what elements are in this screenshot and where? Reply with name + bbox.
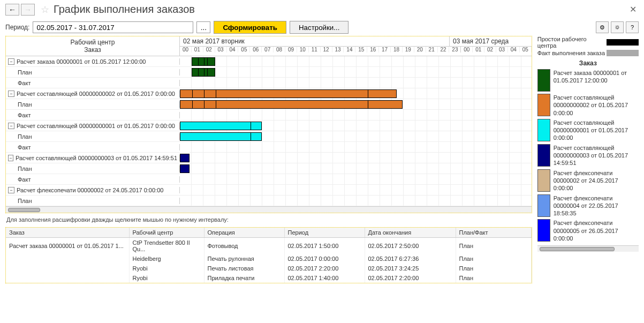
favorite-star-icon[interactable]: ☆ xyxy=(41,4,49,16)
table-row[interactable]: RyobiПечать листовая02.05.2017 2:20:0002… xyxy=(6,264,531,273)
gantt-row-bars[interactable] xyxy=(180,56,532,66)
gantt-bar[interactable] xyxy=(180,100,403,109)
gantt-row-label: Факт xyxy=(6,80,180,86)
legend-text: Расчет флексопечати 00000005 от 26.05.20… xyxy=(554,219,639,242)
hour-cell: 00 xyxy=(461,47,473,52)
gantt-row[interactable]: Факт xyxy=(6,110,532,121)
detail-table[interactable]: ЗаказРабочий центрОперацияПериодДата око… xyxy=(6,228,532,283)
detail-header[interactable]: Рабочий центр xyxy=(129,228,204,238)
gantt-left-header: Рабочий центр Заказ xyxy=(6,36,180,56)
gantt-row-bars[interactable] xyxy=(180,174,532,184)
gantt-bar[interactable] xyxy=(180,154,190,162)
table-cell: 02.05.2017 0:00:00 xyxy=(284,254,365,264)
gantt-row-bars[interactable] xyxy=(180,142,532,152)
gantt-bar[interactable] xyxy=(192,68,215,77)
hour-cell: 19 xyxy=(403,47,414,52)
table-row[interactable]: Расчет заказа 00000001 от 01.05.2017 1..… xyxy=(6,238,531,254)
gantt-row[interactable]: Факт xyxy=(6,142,532,153)
table-cell: 02.05.2017 1:40:00 xyxy=(284,273,365,283)
detail-header[interactable]: Период xyxy=(284,228,365,238)
table-cell xyxy=(6,254,129,264)
gantt-bar[interactable] xyxy=(180,122,262,130)
gantt-row[interactable]: −Расчет заказа 00000001 от 01.05.2017 12… xyxy=(6,56,532,67)
gantt-row-bars[interactable] xyxy=(180,67,532,77)
legend-item[interactable]: Расчет флексопечати 00000005 от 26.05.20… xyxy=(537,219,639,242)
detail-header[interactable]: Операция xyxy=(204,228,284,238)
hour-cell: 23 xyxy=(449,47,461,52)
gantt-row[interactable]: План xyxy=(6,196,532,206)
legend-hscrollbar[interactable] xyxy=(537,245,639,252)
date-header-1: 02 мая 2017 вторник xyxy=(180,36,450,46)
legend-item[interactable]: Расчет составляющей 00000000002 от 01.05… xyxy=(537,94,639,117)
gantt-row-bars[interactable] xyxy=(180,163,532,174)
detail-header[interactable]: Дата окончания xyxy=(365,228,456,238)
hour-cell: 01 xyxy=(192,47,203,52)
gantt-row-bars[interactable] xyxy=(180,78,532,88)
period-picker-button[interactable]: ... xyxy=(196,21,210,33)
gantt-bar[interactable] xyxy=(180,164,190,173)
gantt-row-bars[interactable] xyxy=(180,185,532,195)
table-row[interactable]: RyobiПриладка печати02.05.2017 1:40:0002… xyxy=(6,273,531,283)
gantt-row[interactable]: Факт xyxy=(6,174,532,185)
tree-toggle[interactable]: − xyxy=(8,123,14,129)
gantt-hscrollbar[interactable] xyxy=(6,206,532,213)
table-cell: План xyxy=(456,273,531,283)
forward-button[interactable]: → xyxy=(21,4,35,16)
close-icon[interactable]: ✕ xyxy=(630,4,637,14)
gantt-row-bars[interactable] xyxy=(180,121,532,131)
hour-cell: 09 xyxy=(285,47,297,52)
gantt-row[interactable]: −Расчет составляющей 00000000002 от 01.0… xyxy=(6,88,532,99)
gantt-row-label: План xyxy=(6,101,180,108)
gantt-row-bars[interactable] xyxy=(180,196,532,206)
table-cell: 02.05.2017 2:50:00 xyxy=(365,238,456,254)
legend-item[interactable]: Расчет флексопечати 00000002 от 24.05.20… xyxy=(537,169,639,192)
gantt-bar[interactable] xyxy=(180,89,397,98)
gantt-bar[interactable] xyxy=(192,57,215,66)
gantt-row[interactable]: План xyxy=(6,163,532,174)
table-row[interactable]: HeidelbergПечать рулонная02.05.2017 0:00… xyxy=(6,254,531,264)
gears-icon-button[interactable]: ⛭ xyxy=(611,21,624,33)
gantt-row-bars[interactable] xyxy=(180,153,532,163)
gantt-bar[interactable] xyxy=(180,132,262,141)
gantt-row[interactable]: −Расчет составляющей 00000000001 от 01.0… xyxy=(6,121,532,131)
form-button[interactable]: Сформировать xyxy=(214,21,286,34)
gantt-row-bars[interactable] xyxy=(180,110,532,120)
tree-toggle[interactable]: − xyxy=(8,91,14,97)
config-icon-button[interactable]: ⚙ xyxy=(596,21,609,33)
gantt-row[interactable]: План xyxy=(6,99,532,110)
legend-text: Расчет составляющей 00000000001 от 01.05… xyxy=(554,119,639,142)
legend-item[interactable]: Расчет составляющей 00000000001 от 01.05… xyxy=(537,119,639,142)
settings-button[interactable]: Настройки... xyxy=(290,21,348,34)
table-cell: Печать рулонная xyxy=(204,254,284,264)
hour-cell: 04 xyxy=(508,47,520,52)
gantt-row[interactable]: Факт xyxy=(6,78,532,88)
gantt-row[interactable]: −Расчет составляющей 00000000003 от 01.0… xyxy=(6,153,532,163)
hour-cell: 02 xyxy=(203,47,215,52)
gantt-row[interactable]: −Расчет флексопечати 00000002 от 24.05.2… xyxy=(6,185,532,196)
legend-item[interactable]: Расчет флексопечати 00000004 от 22.05.20… xyxy=(537,194,639,217)
period-input[interactable] xyxy=(33,21,193,33)
back-button[interactable]: ← xyxy=(5,4,19,16)
gantt-row-bars[interactable] xyxy=(180,131,532,141)
tree-toggle[interactable]: − xyxy=(8,58,14,65)
gantt-row[interactable]: План xyxy=(6,67,532,78)
page-title: График выполнения заказов xyxy=(54,3,195,16)
table-cell: Ryobi xyxy=(129,264,204,273)
legend-swatch xyxy=(537,194,550,217)
help-button[interactable]: ? xyxy=(626,21,639,33)
hour-cell: 12 xyxy=(321,47,332,52)
legend-item[interactable]: Расчет заказа 00000001 от 01.05.2017 12:… xyxy=(537,69,639,92)
detail-header[interactable]: Заказ xyxy=(6,228,129,238)
hours-header: 0001020304050607080910111213141516171819… xyxy=(180,47,532,52)
hour-cell: 05 xyxy=(520,47,532,52)
gantt-row-bars[interactable] xyxy=(180,99,532,109)
gantt-row-label: −Расчет составляющей 00000000001 от 01.0… xyxy=(6,123,180,129)
gantt-row-bars[interactable] xyxy=(180,88,532,99)
legend-item[interactable]: Расчет составляющей 00000000003 от 01.05… xyxy=(537,144,639,167)
tree-toggle[interactable]: − xyxy=(8,187,14,193)
table-cell: 02.05.2017 6:27:36 xyxy=(365,254,456,264)
gantt-row[interactable]: План xyxy=(6,131,532,142)
tree-toggle[interactable]: − xyxy=(8,155,13,161)
detail-header[interactable]: План/Факт xyxy=(456,228,531,238)
hour-cell: 17 xyxy=(379,47,391,52)
